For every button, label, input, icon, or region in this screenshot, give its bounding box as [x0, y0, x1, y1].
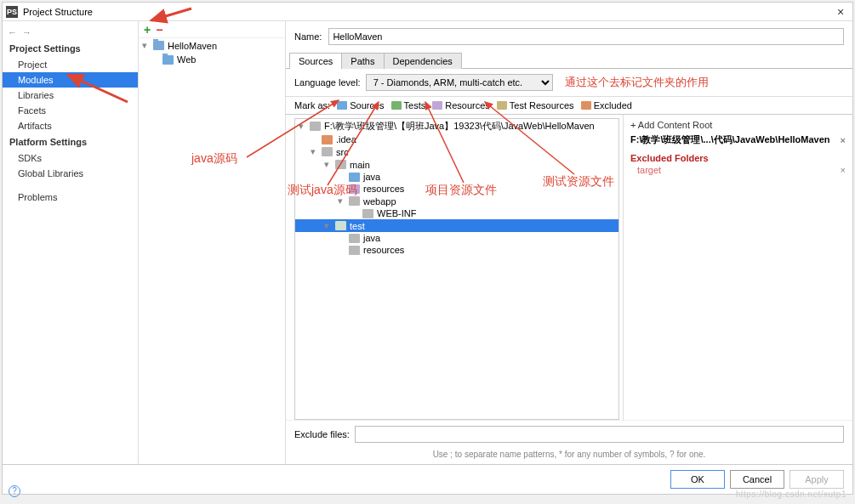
tab-dependencies[interactable]: Dependencies — [384, 53, 462, 69]
sidebar-item-global-libraries[interactable]: Global Libraries — [3, 166, 138, 181]
apply-button[interactable]: Apply — [789, 470, 844, 489]
sources-swatch-icon — [337, 101, 347, 110]
folder-row[interactable]: ▾F:\教学\班级管理\【明班Java】19323\代码\JavaWeb\Hel… — [295, 119, 618, 133]
remove-module-icon[interactable]: − — [156, 23, 162, 37]
excluded-folders-header: Excluded Folders — [630, 150, 846, 163]
mark-as-label: Mark as: — [294, 100, 330, 110]
module-icon — [153, 41, 164, 50]
folder-icon — [349, 246, 360, 255]
mark-sources-button[interactable]: Sources — [337, 100, 384, 110]
folder-label: resources — [363, 245, 404, 255]
forward-icon[interactable]: → — [22, 27, 31, 37]
mark-test-resources-button[interactable]: Test Resources — [497, 100, 574, 110]
sidebar-item-facets[interactable]: Facets — [3, 103, 138, 118]
module-name-input[interactable] — [328, 28, 844, 45]
folder-label: WEB-INF — [377, 208, 416, 218]
titlebar: PS Project Structure × — [3, 3, 852, 21]
folder-row[interactable]: .idea — [295, 133, 618, 145]
help-icon[interactable]: ? — [9, 485, 20, 497]
name-label: Name: — [294, 31, 322, 42]
tests-swatch-icon — [391, 101, 402, 110]
settings-sidebar: ← → Project Settings Project Modules Lib… — [3, 21, 139, 464]
module-tabs: Sources Paths Dependencies — [286, 52, 852, 69]
folder-icon — [349, 173, 360, 182]
sidebar-header-project-settings: Project Settings — [3, 40, 138, 57]
chevron-down-icon[interactable]: ▾ — [142, 40, 150, 51]
remove-excluded-icon[interactable]: × — [841, 165, 846, 175]
chevron-icon[interactable]: ▾ — [324, 159, 332, 170]
folder-row[interactable]: ▾main — [295, 158, 618, 171]
sidebar-toolbar: ← → — [3, 25, 138, 40]
folder-label: test — [350, 221, 365, 231]
annotation-resources-label: 项目资源文件 — [425, 183, 497, 198]
folder-icon — [322, 135, 333, 144]
chevron-icon[interactable]: ▾ — [299, 121, 306, 132]
module-node-web[interactable]: Web — [139, 53, 285, 66]
web-icon — [162, 55, 174, 65]
window-title: Project Structure — [23, 7, 832, 17]
annotation-lang: 通过这个去标记文件夹的作用 — [565, 75, 709, 90]
sidebar-item-project[interactable]: Project — [3, 57, 138, 72]
module-node-root[interactable]: ▾ HelloMaven — [139, 38, 285, 53]
folder-label: src — [336, 147, 349, 157]
add-content-root-button[interactable]: + Add Content Root — [630, 120, 846, 130]
mark-resources-button[interactable]: Resources — [432, 100, 490, 110]
project-structure-window: PS Project Structure × ← → Project Setti… — [2, 2, 853, 495]
chevron-icon[interactable]: ▾ — [311, 146, 318, 157]
module-toolbar: + − — [139, 21, 285, 38]
sidebar-header-platform-settings: Platform Settings — [3, 133, 138, 150]
exclude-files-hint: Use ; to separate name patterns, * for a… — [286, 448, 852, 464]
content-root-path[interactable]: F:\教学\班级管理\...\代码\JavaWeb\HelloMaven × — [630, 130, 846, 150]
mark-excluded-button[interactable]: Excluded — [581, 100, 632, 110]
module-tree-panel: + − ▾ HelloMaven Web — [139, 21, 286, 464]
folder-row[interactable]: ▾src — [295, 145, 618, 158]
test-resources-swatch-icon — [497, 101, 507, 110]
sidebar-item-libraries[interactable]: Libraries — [3, 88, 138, 103]
folder-tree[interactable]: ▾F:\教学\班级管理\【明班Java】19323\代码\JavaWeb\Hel… — [294, 118, 619, 420]
module-detail-panel: Name: Sources Paths Dependencies Languag… — [286, 21, 852, 464]
folder-icon — [310, 122, 321, 131]
folder-icon — [362, 209, 373, 218]
sidebar-item-artifacts[interactable]: Artifacts — [3, 118, 138, 133]
mark-tests-button[interactable]: Tests — [391, 100, 426, 110]
sidebar-item-modules[interactable]: Modules — [3, 72, 138, 88]
excluded-item[interactable]: target × — [630, 163, 846, 177]
folder-row[interactable]: resources — [295, 244, 618, 256]
dialog-footer: OK Cancel Apply — [3, 464, 852, 494]
folder-label: F:\教学\班级管理\【明班Java】19323\代码\JavaWeb\Hell… — [324, 120, 595, 133]
folder-row[interactable]: ▾test — [295, 219, 618, 232]
back-icon[interactable]: ← — [8, 27, 17, 37]
add-module-icon[interactable]: + — [144, 23, 151, 37]
folder-icon — [322, 147, 333, 156]
tab-sources[interactable]: Sources — [289, 53, 342, 69]
annotation-sources-label: java源码 — [191, 151, 237, 167]
folder-icon — [335, 221, 346, 230]
language-level-select[interactable]: 7 - Diamonds, ARM, multi-catch etc. — [366, 74, 553, 91]
annotation-test-resources-label: 测试资源文件 — [543, 174, 614, 190]
folder-icon — [349, 234, 360, 243]
resources-swatch-icon — [432, 101, 442, 110]
sidebar-item-sdks[interactable]: SDKs — [3, 150, 138, 166]
app-icon: PS — [6, 6, 18, 18]
folder-row[interactable]: WEB-INF — [295, 207, 618, 219]
cancel-button[interactable]: Cancel — [730, 470, 784, 489]
annotation-tests-label: 测试java源码 — [288, 183, 357, 198]
folder-label: webapp — [363, 196, 396, 207]
excluded-swatch-icon — [581, 101, 591, 110]
chevron-icon[interactable]: ▾ — [324, 220, 332, 231]
folder-label: .idea — [336, 134, 356, 144]
folder-label: java — [363, 233, 380, 243]
folder-icon — [335, 160, 346, 169]
folder-label: main — [350, 160, 370, 170]
sidebar-item-problems[interactable]: Problems — [3, 190, 138, 205]
ok-button[interactable]: OK — [670, 470, 725, 489]
folder-row[interactable]: java — [295, 232, 618, 244]
remove-root-icon[interactable]: × — [841, 135, 846, 145]
folder-label: resources — [363, 184, 404, 194]
folder-label: java — [363, 172, 380, 182]
exclude-files-input[interactable] — [355, 426, 844, 443]
tab-paths[interactable]: Paths — [341, 53, 384, 69]
module-label: HelloMaven — [168, 41, 217, 51]
close-icon[interactable]: × — [832, 5, 849, 19]
content-root-panel: + Add Content Root F:\教学\班级管理\...\代码\Jav… — [623, 115, 852, 420]
